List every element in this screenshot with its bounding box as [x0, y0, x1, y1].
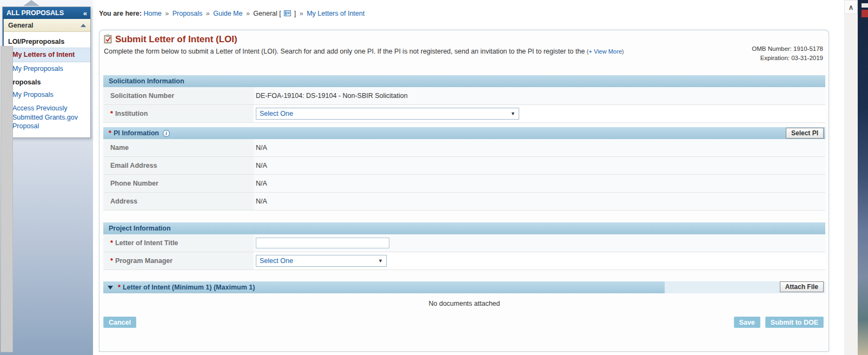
breadcrumb-current-my-letters-of-intent[interactable]: My Letters of Intent	[307, 10, 365, 17]
breadcrumb-separator: »	[298, 10, 305, 17]
scrollbar-thumb[interactable]	[1, 46, 13, 352]
row-pi-email: Email Address N/A	[103, 157, 825, 175]
row-pi-address: Address N/A	[103, 193, 825, 211]
sidebar-body: General LOI/Preproposals My Letters of I…	[3, 19, 90, 137]
view-more-wrap: (+ View More)	[587, 48, 624, 55]
required-asterisk: *	[110, 110, 113, 117]
sidebar-top-tab-icon	[23, 0, 39, 6]
attachment-header-title: Letter of Intent (Minimum 1) (Maximum 1)	[123, 284, 255, 291]
chevron-up-icon	[81, 24, 86, 27]
sidebar-list: LOI/Preproposals My Letters of Intent My…	[4, 32, 90, 137]
breadcrumb-separator: »	[244, 10, 251, 17]
breadcrumb: You are here: Home » Proposals » Guide M…	[99, 10, 365, 18]
sidebar-group-loi-preproposals: LOI/Preproposals	[4, 35, 90, 48]
loi-form-panel: Submit Letter of Intent (LOI) Complete t…	[99, 30, 829, 352]
vertical-scrollbar[interactable]: ∧	[844, 0, 858, 355]
row-loi-title: *Letter of Intent Title	[103, 234, 825, 252]
page-title: Submit Letter of Intent (LOI)	[115, 34, 237, 45]
section-header-solicitation: Solicitation Information	[103, 75, 825, 87]
section-header-pi-information: * PI Information i Select PI	[103, 127, 825, 139]
breadcrumb-link-home[interactable]: Home	[143, 10, 161, 17]
letter-of-intent-title-input[interactable]	[256, 238, 389, 248]
submit-to-doe-button[interactable]: Submit to DOE	[765, 317, 824, 328]
field-label: *Institution	[103, 105, 254, 122]
breadcrumb-bracket: [	[279, 10, 281, 17]
collapse-triangle-icon[interactable]	[108, 286, 113, 290]
save-button[interactable]: Save	[734, 317, 760, 328]
field-label-text: Letter of Intent Title	[115, 239, 178, 247]
row-institution: *Institution Select One ▼	[103, 105, 825, 123]
required-asterisk: *	[118, 284, 121, 291]
page-title-row: Submit Letter of Intent (LOI)	[103, 33, 825, 46]
info-icon[interactable]: i	[163, 130, 170, 137]
omb-block: OMB Number: 1910-5178 Expiration: 03-31-…	[752, 44, 823, 63]
breadcrumb-link-proposals[interactable]: Proposals	[173, 10, 203, 17]
view-more-link[interactable]: + View More	[589, 48, 622, 55]
sidebar-item-my-proposals[interactable]: My Proposals	[4, 88, 90, 102]
solicitation-number-value: DE-FOA-19104: DS-19104 - Non-SBIR Solici…	[254, 87, 825, 104]
section-title: PI Information	[114, 129, 159, 137]
select-value: Select One	[260, 257, 293, 265]
field-label: Name	[103, 139, 254, 156]
institution-select[interactable]: Select One ▼	[256, 108, 519, 120]
sidebar-item-my-letters-of-intent[interactable]: My Letters of Intent	[4, 48, 90, 62]
action-button-row: Cancel Save Submit to DOE	[103, 317, 825, 328]
field-label-text: Institution	[115, 110, 148, 117]
sidebar-title: ALL PROPOSALS	[6, 9, 64, 17]
window-edge-fragment	[862, 10, 868, 17]
scrollbar-up-arrow[interactable]: ∧	[844, 0, 858, 14]
row-program-manager: *Program Manager Select One ▼	[103, 252, 825, 270]
form-list-icon[interactable]	[284, 10, 291, 18]
field-label: *Letter of Intent Title	[103, 234, 254, 252]
row-pi-phone: Phone Number N/A	[103, 175, 825, 193]
omb-number: OMB Number: 1910-5178	[752, 44, 823, 54]
sidebar-menu: ALL PROPOSALS « General LOI/Preproposals…	[2, 6, 91, 138]
description-text: Complete the form below to submit a Lett…	[104, 48, 585, 55]
no-documents-text: No documents attached	[103, 300, 825, 307]
section-title: Solicitation Information	[109, 77, 184, 85]
required-asterisk: *	[110, 257, 113, 265]
pi-phone-value: N/A	[254, 175, 825, 192]
window-edge-strip	[858, 0, 868, 355]
breadcrumb-general-label: General	[253, 10, 277, 17]
sidebar-collapse-icon[interactable]: «	[83, 9, 87, 17]
field-label: *Program Manager	[103, 252, 254, 269]
breadcrumb-link-guide-me[interactable]: Guide Me	[213, 10, 242, 17]
sidebar-item-access-grants-gov[interactable]: Access Previously Submitted Grants.gov P…	[4, 102, 90, 134]
attachment-header-bar: * Letter of Intent (Minimum 1) (Maximum …	[103, 281, 665, 293]
breadcrumb-bracket: ]	[294, 10, 296, 17]
paren: )	[622, 48, 624, 55]
attach-file-button[interactable]: Attach File	[780, 281, 824, 292]
select-value: Select One	[260, 110, 293, 117]
sidebar-accordion-general[interactable]: General	[4, 19, 90, 32]
loi-clipboard-icon	[104, 35, 112, 45]
field-label-text: Program Manager	[115, 257, 173, 265]
pi-email-value: N/A	[254, 157, 825, 174]
pi-address-value: N/A	[254, 193, 825, 210]
pi-name-value: N/A	[254, 139, 825, 156]
chevron-down-icon: ▼	[378, 258, 383, 264]
field-label: Address	[103, 193, 254, 210]
field-label: Phone Number	[103, 175, 254, 192]
row-pi-name: Name N/A	[103, 139, 825, 157]
field-label: Solicitation Number	[103, 87, 254, 104]
required-asterisk: *	[110, 239, 113, 247]
breadcrumb-prefix: You are here:	[99, 10, 142, 17]
section-header-project-information: Project Information	[103, 222, 825, 234]
row-solicitation-number: Solicitation Number DE-FOA-19104: DS-191…	[103, 87, 825, 105]
chevron-down-icon: ▼	[511, 111, 515, 116]
window-edge-fragment	[862, 3, 868, 8]
description-row: Complete the form below to submit a Lett…	[103, 48, 825, 56]
required-asterisk: *	[109, 129, 111, 137]
accordion-label: General	[8, 22, 34, 29]
sidebar-header: ALL PROPOSALS «	[3, 7, 90, 19]
program-manager-select[interactable]: Select One ▼	[256, 255, 387, 267]
breadcrumb-separator: »	[204, 10, 211, 17]
section-header-letter-of-intent-attachment: * Letter of Intent (Minimum 1) (Maximum …	[103, 281, 825, 293]
cancel-button[interactable]: Cancel	[103, 317, 136, 328]
select-pi-button[interactable]: Select PI	[786, 128, 824, 139]
field-label: Email Address	[103, 157, 254, 174]
omb-expiration: Expiration: 03-31-2019	[752, 54, 823, 63]
pams-loi-page: ALL PROPOSALS « General LOI/Preproposals…	[0, 0, 868, 355]
sidebar-item-my-preproposals[interactable]: My Preproposals	[4, 62, 90, 76]
